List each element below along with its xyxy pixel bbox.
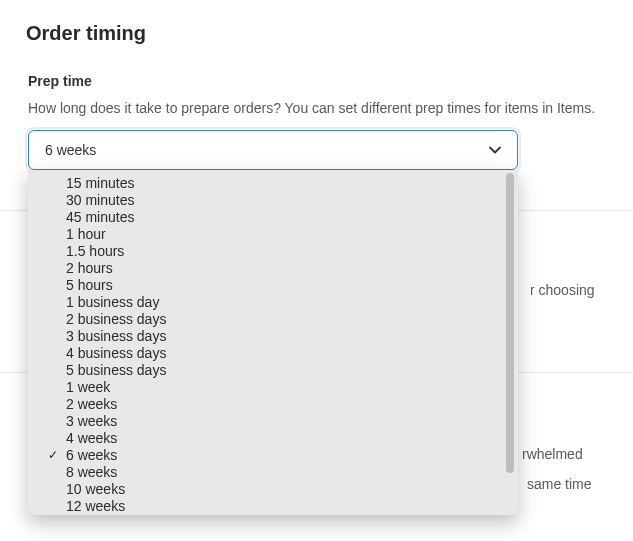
prep-time-option[interactable]: 15 minutes: [28, 173, 518, 192]
obscured-text: r choosing: [530, 282, 595, 298]
prep-time-option[interactable]: 1 hour: [28, 226, 518, 243]
prep-time-option[interactable]: 2 weeks: [28, 396, 518, 413]
check-icon: ✓: [48, 447, 58, 464]
option-label: 2 hours: [66, 260, 113, 276]
option-label: 10 weeks: [66, 481, 125, 497]
option-label: 45 minutes: [66, 209, 134, 225]
prep-time-option[interactable]: ✓6 weeks: [28, 447, 518, 464]
option-label: 2 weeks: [66, 396, 117, 412]
option-label: 1 week: [66, 379, 110, 395]
option-label: 6 weeks: [66, 447, 117, 463]
prep-time-option[interactable]: 5 business days: [28, 362, 518, 379]
obscured-text: same time: [527, 476, 592, 492]
prep-time-option[interactable]: 30 minutes: [28, 192, 518, 209]
option-label: 15 minutes: [66, 175, 134, 191]
option-label: 1 business day: [66, 294, 159, 310]
prep-time-option[interactable]: 12 weeks: [28, 498, 518, 515]
prep-time-option[interactable]: 2 business days: [28, 311, 518, 328]
page-title: Order timing: [0, 0, 633, 45]
prep-time-option[interactable]: 45 minutes: [28, 209, 518, 226]
option-label: 2 business days: [66, 311, 166, 327]
option-label: 30 minutes: [66, 192, 134, 208]
option-label: 4 business days: [66, 345, 166, 361]
option-label: 12 weeks: [66, 498, 125, 514]
option-label: 3 weeks: [66, 413, 117, 429]
option-label: 1 hour: [66, 226, 106, 242]
option-label: 8 weeks: [66, 464, 117, 480]
obscured-text: rwhelmed: [522, 446, 583, 462]
prep-time-option[interactable]: 1 week: [28, 379, 518, 396]
option-label: 5 hours: [66, 277, 113, 293]
prep-time-label: Prep time: [0, 45, 633, 89]
prep-time-option[interactable]: 1.5 hours: [28, 243, 518, 260]
prep-time-select[interactable]: 6 weeks: [28, 130, 518, 170]
prep-time-option[interactable]: 4 weeks: [28, 430, 518, 447]
prep-time-option[interactable]: 3 business days: [28, 328, 518, 345]
option-label: 4 weeks: [66, 430, 117, 446]
prep-time-option[interactable]: 4 business days: [28, 345, 518, 362]
prep-time-option[interactable]: 3 weeks: [28, 413, 518, 430]
prep-time-option[interactable]: 5 hours: [28, 277, 518, 294]
option-label: 3 business days: [66, 328, 166, 344]
prep-time-option[interactable]: 1 business day: [28, 294, 518, 311]
prep-time-help: How long does it take to prepare orders?…: [0, 89, 633, 119]
chevron-down-icon: [487, 142, 503, 158]
option-label: 5 business days: [66, 362, 166, 378]
prep-time-dropdown: 15 minutes30 minutes45 minutes1 hour1.5 …: [28, 170, 518, 515]
prep-time-selected-value: 6 weeks: [45, 142, 96, 158]
prep-time-option[interactable]: 2 hours: [28, 260, 518, 277]
prep-time-option[interactable]: 8 weeks: [28, 464, 518, 481]
prep-time-option[interactable]: 10 weeks: [28, 481, 518, 498]
option-label: 1.5 hours: [66, 243, 124, 259]
scrollbar-thumb[interactable]: [506, 173, 514, 473]
